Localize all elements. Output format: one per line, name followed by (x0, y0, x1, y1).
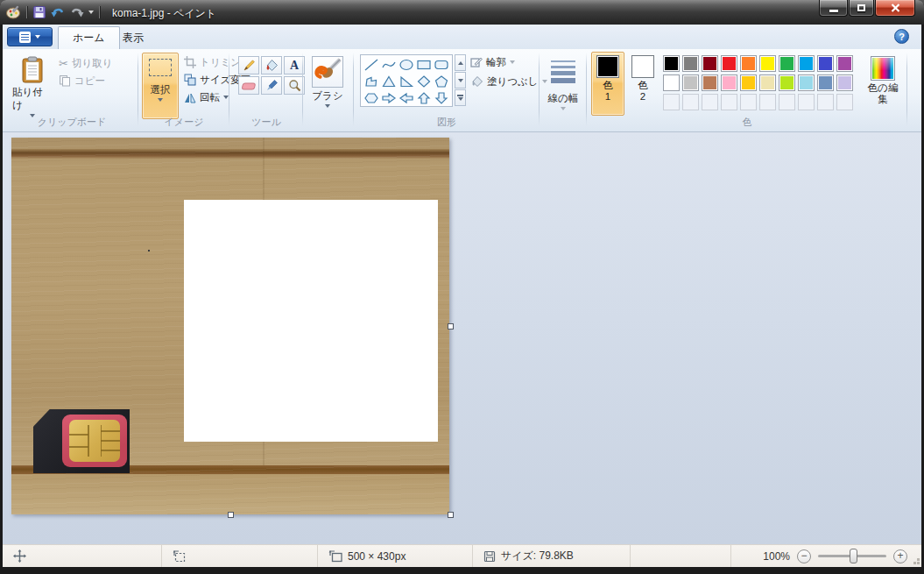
undo-icon[interactable] (50, 5, 66, 19)
help-button[interactable]: ? (894, 29, 909, 44)
palette-swatch-r1-9[interactable] (817, 55, 834, 72)
palette-swatch-r2-10[interactable] (836, 74, 853, 91)
shape-line[interactable] (363, 57, 380, 73)
eyedropper-tool-button[interactable] (261, 76, 282, 95)
shape-right-triangle[interactable] (398, 74, 415, 89)
shape-triangle[interactable] (380, 74, 398, 89)
palette-swatch-r2-7[interactable] (779, 74, 795, 91)
shape-polygon[interactable] (363, 74, 380, 89)
shape-left-arrow[interactable] (398, 90, 415, 106)
canvas-resize-handle-right[interactable] (448, 323, 454, 330)
color1-button[interactable]: 色 1 (591, 52, 624, 116)
cut-button[interactable]: ✂ 切り取り (59, 55, 112, 71)
save-icon[interactable] (32, 5, 46, 19)
palette-swatch-r1-10[interactable] (836, 55, 853, 72)
shapes-more-icon (458, 97, 463, 101)
ribbon-tab-row: ホーム 表示 ? (3, 25, 921, 49)
palette-swatch-r2-2[interactable] (682, 74, 699, 91)
shape-up-arrow[interactable] (415, 90, 433, 106)
palette-swatch-r1-6[interactable] (759, 55, 776, 72)
palette-empty-slot-10[interactable] (836, 94, 853, 110)
color2-button[interactable]: 色 2 (626, 52, 659, 116)
palette-empty-slot-3[interactable] (702, 94, 718, 110)
palette-swatch-r2-5[interactable] (740, 74, 757, 91)
shapes-more-button[interactable] (455, 89, 466, 106)
palette-swatch-r1-7[interactable] (779, 55, 795, 72)
outline-dropdown-icon (510, 60, 515, 64)
shapes-group-label: 図形 (355, 116, 539, 129)
eraser-tool-button[interactable] (238, 76, 259, 95)
edit-colors-button[interactable]: 色の編集 (863, 53, 903, 119)
fill-tool-button[interactable] (261, 56, 282, 74)
palette-swatch-r1-8[interactable] (798, 55, 815, 72)
palette-swatch-r2-3[interactable] (702, 74, 718, 91)
shapes-scroll-down-button[interactable] (455, 72, 466, 89)
restore-button[interactable] (849, 0, 874, 17)
palette-empty-slot-6[interactable] (759, 94, 776, 110)
outline-button[interactable]: 輪郭 (470, 54, 515, 70)
palette-empty-slot-2[interactable] (682, 94, 699, 110)
shape-down-arrow[interactable] (433, 90, 450, 106)
palette-empty-slot-7[interactable] (779, 94, 795, 110)
select-button[interactable]: 選択 (142, 53, 179, 119)
shape-diamond[interactable] (415, 74, 433, 89)
shape-curve[interactable] (380, 57, 398, 73)
palette-empty-slot-1[interactable] (663, 94, 680, 110)
shape-right-arrow[interactable] (380, 90, 398, 106)
minimize-icon (829, 10, 838, 12)
shape-pentagon[interactable] (433, 74, 450, 89)
close-icon (891, 4, 900, 12)
palette-swatch-r1-3[interactable] (702, 55, 718, 72)
line-width-icon (551, 60, 575, 83)
resize-grip[interactable] (917, 562, 920, 564)
palette-swatch-r2-8[interactable] (798, 74, 815, 91)
palette-empty-slot-4[interactable] (721, 94, 737, 110)
zoom-level-text: 100% (763, 550, 790, 563)
color1-swatch (596, 55, 619, 78)
rotate-button[interactable]: 回転 (184, 89, 229, 105)
zoom-slider-thumb[interactable] (850, 549, 857, 563)
shape-rectangle[interactable] (415, 57, 433, 73)
tab-view[interactable]: 表示 (109, 26, 158, 49)
color2-swatch (631, 55, 654, 78)
brush-button[interactable]: ブラシ (306, 53, 349, 119)
file-size-icon (483, 550, 496, 563)
zoom-in-button[interactable]: + (893, 549, 907, 563)
paint-window: koma-1.jpg - ペイント ホーム 表示 ? (0, 0, 924, 574)
palette-swatch-r2-9[interactable] (817, 74, 834, 91)
palette-empty-slot-8[interactable] (798, 94, 815, 110)
outline-icon (470, 56, 483, 68)
zoom-out-button[interactable]: − (797, 549, 811, 563)
line-width-button[interactable]: 線の幅 (542, 53, 584, 119)
shapes-scroll-up-button[interactable] (455, 54, 466, 71)
shape-hexagon[interactable] (363, 90, 380, 106)
palette-swatch-r1-1[interactable] (663, 55, 680, 72)
palette-swatch-r1-5[interactable] (740, 55, 757, 72)
copy-button[interactable]: コピー (59, 73, 105, 89)
shape-rounded-rectangle[interactable] (433, 57, 450, 73)
palette-swatch-r1-4[interactable] (721, 55, 737, 72)
redo-icon[interactable] (69, 5, 85, 19)
palette-empty-slot-9[interactable] (817, 94, 834, 110)
shape-oval[interactable] (398, 57, 415, 73)
pencil-tool-button[interactable] (238, 56, 259, 74)
paint-menu-button[interactable] (7, 27, 53, 46)
palette-empty-slot-5[interactable] (740, 94, 757, 110)
shape-fill-button[interactable]: 塗りつぶし (470, 74, 547, 89)
palette-swatch-r2-4[interactable] (721, 74, 737, 91)
qat-dropdown-icon[interactable] (88, 11, 94, 14)
palette-swatch-r1-2[interactable] (682, 55, 699, 72)
paste-button[interactable]: 貼り付け (11, 53, 53, 119)
file-size-text: サイズ: 79.8KB (501, 549, 574, 563)
paint-app-icon[interactable] (5, 4, 21, 20)
zoom-slider-track[interactable] (818, 555, 886, 557)
canvas-resize-handle-bottom[interactable] (228, 512, 234, 518)
canvas-resize-handle-corner[interactable] (448, 512, 454, 518)
image-group-label: イメージ (139, 116, 229, 129)
minimize-button[interactable] (819, 0, 848, 17)
canvas-image[interactable] (11, 138, 449, 514)
close-button[interactable] (875, 0, 915, 17)
palette-swatch-r2-1[interactable] (663, 74, 680, 91)
palette-swatch-r2-6[interactable] (759, 74, 776, 91)
pasted-white-rectangle (184, 200, 438, 442)
